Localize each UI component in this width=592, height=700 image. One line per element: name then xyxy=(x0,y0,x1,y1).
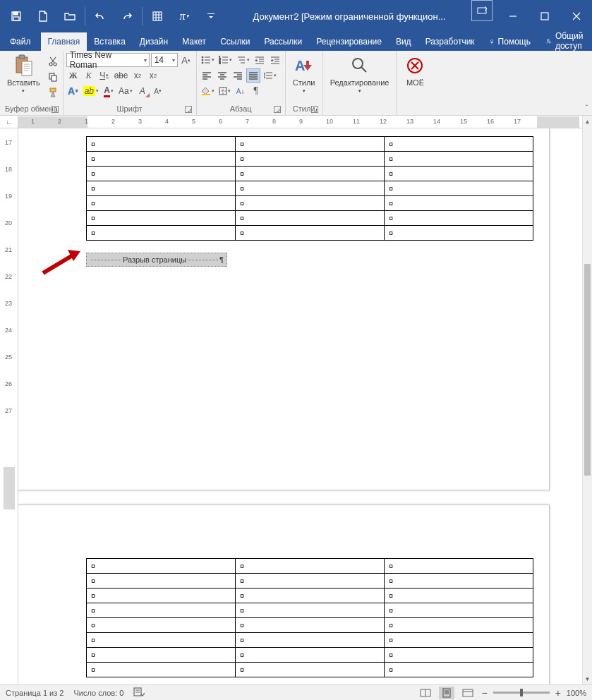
strike-button[interactable]: abc xyxy=(113,68,129,83)
horizontal-ruler[interactable]: ∟ 121234567891011121314151617 xyxy=(0,116,592,128)
styles-button[interactable]: A Стили▾ xyxy=(289,53,320,95)
table-cell[interactable]: ¤ xyxy=(385,618,533,633)
align-right-button[interactable] xyxy=(231,68,245,83)
table-row[interactable]: ¤¤¤ xyxy=(87,633,533,648)
table-cell[interactable]: ¤ xyxy=(385,196,533,211)
tab-developer[interactable]: Разработчик xyxy=(418,32,482,51)
line-spacing-button[interactable] xyxy=(262,68,278,83)
align-left-button[interactable] xyxy=(200,68,214,83)
superscript-button[interactable]: x2 xyxy=(146,68,160,83)
tab-design[interactable]: Дизайн xyxy=(133,32,175,51)
minimize-button[interactable] xyxy=(497,0,528,32)
table-row[interactable]: ¤¤¤ xyxy=(87,603,533,618)
table-cell[interactable]: ¤ xyxy=(236,152,385,167)
table-row[interactable]: ¤¤¤ xyxy=(87,152,533,167)
table-row[interactable]: ¤¤¤ xyxy=(87,137,533,152)
table-cell[interactable]: ¤ xyxy=(87,618,236,633)
tab-file[interactable]: Файл xyxy=(0,32,41,51)
format-painter-button[interactable] xyxy=(46,85,60,99)
table-1[interactable]: ¤¤¤¤¤¤¤¤¤¤¤¤¤¤¤¤¤¤¤¤¤ xyxy=(86,136,533,241)
styles-dialog-launcher[interactable] xyxy=(311,106,318,113)
table-cell[interactable]: ¤ xyxy=(87,648,236,663)
web-layout-button[interactable] xyxy=(460,687,476,699)
table-cell[interactable]: ¤ xyxy=(385,211,533,226)
vertical-ruler[interactable]: 1718192021222324252627 xyxy=(0,128,18,684)
share-button[interactable]: Общий доступ xyxy=(538,31,592,51)
table-cell[interactable]: ¤ xyxy=(87,211,236,226)
zoom-slider[interactable] xyxy=(493,692,550,694)
table-cell[interactable]: ¤ xyxy=(385,167,533,181)
tab-layout[interactable]: Макет xyxy=(175,32,213,51)
italic-button[interactable]: К xyxy=(82,68,96,83)
grow-font-button[interactable]: A▴ xyxy=(179,53,193,67)
table-cell[interactable]: ¤ xyxy=(87,196,236,211)
text-effects-button[interactable]: A xyxy=(66,84,80,98)
numbering-button[interactable]: 123 xyxy=(217,53,234,67)
table-cell[interactable]: ¤ xyxy=(385,226,533,241)
editing-button[interactable]: Редактирование▾ xyxy=(326,53,394,95)
table-cell[interactable]: ¤ xyxy=(87,574,236,589)
table-cell[interactable]: ¤ xyxy=(87,663,236,677)
tab-home[interactable]: Главная xyxy=(41,32,87,51)
print-layout-button[interactable] xyxy=(439,687,454,699)
table-cell[interactable]: ¤ xyxy=(385,589,533,603)
table-row[interactable]: ¤¤¤ xyxy=(87,181,533,196)
table-cell[interactable]: ¤ xyxy=(236,226,385,241)
equation-button[interactable]: π▾ xyxy=(171,0,198,32)
clear-format-button[interactable]: A◢ xyxy=(135,84,150,98)
change-case-button[interactable]: Aa xyxy=(117,84,134,98)
zoom-level[interactable]: 100% xyxy=(567,689,586,697)
table-button[interactable] xyxy=(144,0,171,32)
document-scroll[interactable]: ¤¤¤¤¤¤¤¤¤¤¤¤¤¤¤¤¤¤¤¤¤ Разрыв страницы¶ ¤… xyxy=(18,128,582,684)
shrink-font-button[interactable]: A▾ xyxy=(151,84,165,98)
table-cell[interactable]: ¤ xyxy=(385,181,533,196)
table-cell[interactable]: ¤ xyxy=(87,559,236,574)
table-cell[interactable]: ¤ xyxy=(236,137,385,152)
table-row[interactable]: ¤¤¤ xyxy=(87,226,533,241)
bullets-button[interactable] xyxy=(200,53,216,67)
table-cell[interactable]: ¤ xyxy=(236,618,385,633)
underline-button[interactable]: Ч xyxy=(97,68,111,83)
clipboard-dialog-launcher[interactable] xyxy=(52,106,59,113)
undo-button[interactable] xyxy=(87,0,114,32)
paste-button[interactable]: Вставить ▾ xyxy=(3,53,44,95)
table-cell[interactable]: ¤ xyxy=(385,137,533,152)
table-2[interactable]: ¤¤¤¤¤¤¤¤¤¤¤¤¤¤¤¤¤¤¤¤¤¤¤¤ xyxy=(86,558,533,677)
redo-button[interactable] xyxy=(114,0,140,32)
tab-references[interactable]: Ссылки xyxy=(213,32,257,51)
table-cell[interactable]: ¤ xyxy=(385,152,533,167)
table-row[interactable]: ¤¤¤ xyxy=(87,618,533,633)
save-button[interactable] xyxy=(3,0,30,32)
sort-button[interactable]: A↓ xyxy=(234,84,248,98)
paragraph-dialog-launcher[interactable] xyxy=(274,106,281,113)
open-button[interactable] xyxy=(56,0,83,32)
table-cell[interactable]: ¤ xyxy=(87,226,236,241)
table-cell[interactable]: ¤ xyxy=(385,663,533,677)
tab-mailings[interactable]: Рассылки xyxy=(257,32,309,51)
show-marks-button[interactable]: ¶ xyxy=(249,84,263,98)
increase-indent-button[interactable] xyxy=(268,53,282,67)
vertical-scrollbar[interactable]: ▲ ▼ xyxy=(582,116,592,684)
table-row[interactable]: ¤¤¤ xyxy=(87,211,533,226)
table-cell[interactable]: ¤ xyxy=(236,211,385,226)
table-row[interactable]: ¤¤¤ xyxy=(87,196,533,211)
table-cell[interactable]: ¤ xyxy=(236,559,385,574)
table-cell[interactable]: ¤ xyxy=(236,167,385,181)
tab-help[interactable]: ♀Помощь xyxy=(482,32,538,51)
table-cell[interactable]: ¤ xyxy=(236,181,385,196)
align-center-button[interactable] xyxy=(215,68,229,83)
read-mode-button[interactable] xyxy=(418,687,433,699)
bold-button[interactable]: Ж xyxy=(66,68,80,83)
table-cell[interactable]: ¤ xyxy=(87,633,236,648)
table-row[interactable]: ¤¤¤ xyxy=(87,663,533,677)
table-cell[interactable]: ¤ xyxy=(87,152,236,167)
page-indicator[interactable]: Страница 1 из 2 xyxy=(6,689,64,697)
highlight-button[interactable]: ab xyxy=(82,84,100,98)
table-cell[interactable]: ¤ xyxy=(236,589,385,603)
table-cell[interactable]: ¤ xyxy=(87,603,236,618)
table-row[interactable]: ¤¤¤ xyxy=(87,648,533,663)
table-row[interactable]: ¤¤¤ xyxy=(87,167,533,181)
zoom-out-button[interactable]: − xyxy=(481,687,487,699)
table-cell[interactable]: ¤ xyxy=(385,574,533,589)
table-row[interactable]: ¤¤¤ xyxy=(87,574,533,589)
